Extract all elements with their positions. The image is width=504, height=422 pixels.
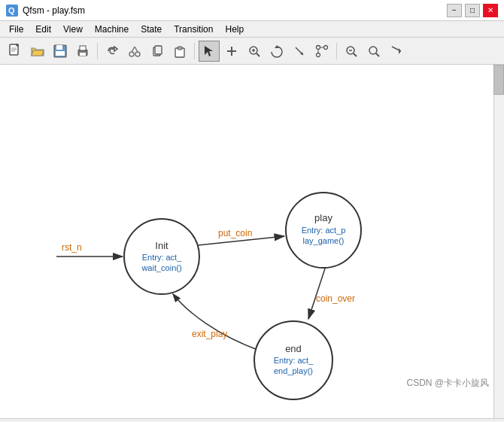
add-state-button[interactable]: [221, 41, 242, 62]
sep3: [336, 43, 337, 59]
menu-state[interactable]: State: [135, 23, 168, 36]
svg-text:Entry: act_: Entry: act_: [142, 253, 182, 262]
diagonal-arrow-button[interactable]: [386, 41, 407, 62]
maximize-button[interactable]: □: [465, 4, 480, 17]
svg-text:Init: Init: [155, 240, 169, 251]
undo-button[interactable]: [102, 41, 123, 62]
zoom-out-button[interactable]: [363, 41, 384, 62]
svg-text:Entry: act_p: Entry: act_p: [302, 226, 346, 235]
scrollbar-thumb-vertical[interactable]: [493, 65, 504, 95]
svg-point-31: [317, 45, 320, 49]
svg-marker-21: [205, 46, 213, 56]
menu-view[interactable]: View: [57, 23, 89, 36]
menu-bar: File Edit View Machine State Transition …: [0, 21, 504, 38]
window-controls: − □ ✕: [447, 4, 498, 17]
select-button[interactable]: [199, 41, 220, 62]
title-bar: Q Qfsm - play.fsm − □ ✕: [0, 0, 504, 21]
sep1: [97, 43, 98, 59]
svg-line-37: [354, 53, 357, 56]
print-button[interactable]: [72, 41, 93, 62]
minimize-button[interactable]: −: [447, 4, 462, 17]
svg-rect-9: [56, 51, 65, 56]
rotate-button[interactable]: [266, 41, 287, 62]
svg-text:play: play: [314, 212, 332, 223]
svg-text:put_coin: put_coin: [218, 228, 252, 238]
menu-help[interactable]: Help: [219, 23, 250, 36]
svg-point-33: [317, 53, 320, 56]
menu-transition[interactable]: Transition: [168, 23, 219, 36]
svg-text:Entry: act_: Entry: act_: [274, 356, 314, 365]
svg-text:end: end: [285, 343, 302, 354]
svg-point-32: [324, 45, 328, 49]
svg-marker-42: [399, 48, 401, 54]
connect-button[interactable]: [311, 41, 332, 62]
window-title: Qfsm - play.fsm: [23, 5, 85, 16]
menu-machine[interactable]: Machine: [89, 23, 135, 36]
svg-text:Q: Q: [8, 6, 15, 15]
zoom-fit-button[interactable]: [341, 41, 362, 62]
svg-point-39: [369, 47, 377, 54]
toolbar: [0, 38, 504, 65]
svg-text:coin_over: coin_over: [316, 293, 355, 304]
canvas-area[interactable]: rst_n put_coin coin_over exit_play Init …: [0, 65, 504, 418]
copy-button[interactable]: [147, 41, 168, 62]
open-button[interactable]: [27, 41, 48, 62]
svg-rect-8: [56, 45, 62, 50]
svg-text:exit_play: exit_play: [192, 329, 227, 339]
svg-rect-12: [80, 53, 86, 56]
svg-rect-11: [80, 46, 86, 50]
svg-line-49: [308, 266, 326, 319]
paste-button[interactable]: [169, 41, 190, 62]
svg-line-25: [257, 53, 260, 56]
fsm-diagram: rst_n put_coin coin_over exit_play Init …: [0, 65, 493, 418]
menu-file[interactable]: File: [3, 23, 29, 36]
scrollbar-vertical[interactable]: [493, 65, 504, 418]
svg-rect-18: [155, 46, 162, 54]
menu-edit[interactable]: Edit: [29, 23, 57, 36]
svg-text:end_play(): end_play(): [274, 366, 313, 375]
svg-rect-20: [178, 47, 182, 50]
svg-text:lay_game(): lay_game(): [302, 236, 344, 245]
app-icon: Q: [6, 5, 18, 17]
svg-text:wait_coin(): wait_coin(): [141, 263, 181, 272]
zoom-in-button[interactable]: [244, 41, 265, 62]
cut-button[interactable]: [124, 41, 145, 62]
svg-text:rst_n: rst_n: [62, 242, 82, 253]
save-button[interactable]: [50, 41, 71, 62]
close-button[interactable]: ✕: [483, 4, 498, 17]
new-button[interactable]: [5, 41, 26, 62]
status-bar: [0, 418, 504, 422]
svg-line-40: [376, 53, 379, 56]
transition-button[interactable]: [289, 41, 310, 62]
sep2: [194, 43, 195, 59]
